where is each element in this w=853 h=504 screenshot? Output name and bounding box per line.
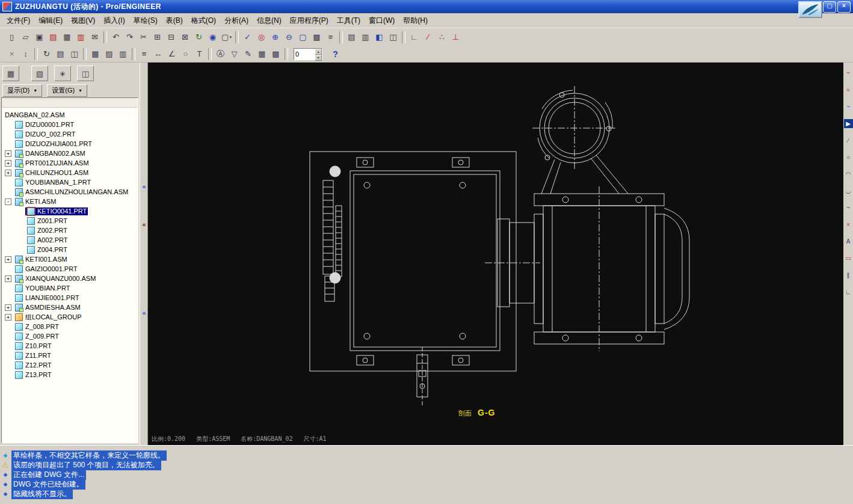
send-email-button[interactable]: ✉	[88, 31, 102, 44]
tree-item[interactable]: Z001.PRT	[2, 216, 138, 226]
spin-down-button[interactable]: ▾	[315, 55, 322, 61]
separator[interactable]	[83, 48, 87, 60]
insert-table-button[interactable]: ▦	[255, 48, 269, 61]
context-help-button[interactable]: ?	[328, 48, 342, 61]
spline-tool-button[interactable]: ~	[844, 203, 853, 212]
tree-item[interactable]: DIZUOZHIJIA001.PRT	[2, 139, 138, 149]
tree-item[interactable]: + XIANQUANZU000.ASM	[2, 274, 138, 283]
repaint-button[interactable]: ▩	[310, 31, 324, 44]
drawing-models-button[interactable]: ◫	[67, 48, 81, 61]
datum-target-button[interactable]: Ⓐ	[214, 48, 227, 61]
text-style-button[interactable]: T	[192, 48, 206, 61]
find-button[interactable]: ◉	[206, 31, 220, 44]
tree-item[interactable]: + 组LOCAL_GROUP	[2, 312, 138, 322]
print-preview-button[interactable]: ▤	[46, 31, 60, 44]
separator[interactable]	[132, 48, 135, 60]
close-button[interactable]: ×	[837, 1, 851, 13]
tree-item[interactable]: Z10.PRT	[2, 341, 138, 351]
tree-expander-icon[interactable]: -	[5, 198, 11, 205]
spline-points-tool-button[interactable]: ~	[844, 69, 853, 78]
show-dropdown[interactable]: 显示(D) ▼	[2, 84, 42, 97]
menu-item[interactable]: 草绘(S)	[129, 14, 162, 28]
point-tool-button[interactable]: ×	[844, 220, 853, 229]
new-file-button[interactable]: ▯	[5, 31, 19, 44]
redo-button[interactable]: ↷	[123, 31, 137, 44]
tree-item[interactable]: Z11.PRT	[2, 351, 138, 360]
tree-expander-icon[interactable]: +	[5, 150, 11, 157]
spin-input[interactable]	[294, 49, 315, 60]
menu-item[interactable]: 文件(F)	[2, 14, 34, 28]
separator[interactable]	[103, 31, 107, 43]
collapse-chevron-icon[interactable]: «	[140, 309, 148, 316]
settings-dropdown[interactable]: 设置(G) ▼	[47, 84, 87, 97]
tree-item[interactable]: A002.PRT	[2, 235, 138, 245]
repeat-region-button[interactable]: ▩	[269, 48, 283, 61]
menu-item[interactable]: 表(B)	[162, 14, 187, 28]
tree-item[interactable]: + DANGBAN002.ASM	[2, 149, 138, 158]
tree-item[interactable]: Z002.PRT	[2, 226, 138, 235]
undo-button[interactable]: ↶	[109, 31, 123, 44]
balloon-note-button[interactable]: ○	[179, 48, 192, 61]
tree-item[interactable]: DANGBAN_02.ASM	[2, 110, 138, 120]
collapse-chevron-icon[interactable]: «	[140, 221, 148, 228]
column-layout-button[interactable]: ▥	[116, 48, 130, 61]
titlebar[interactable]: ZUZHUANGTU (活动的) - Pro/ENGINEER _ ▢ ×	[0, 0, 853, 13]
open-file-button[interactable]: ▱	[19, 31, 32, 44]
table-create-button[interactable]: ▦	[88, 48, 102, 61]
create-note-button[interactable]: ✎	[241, 48, 255, 61]
close-window-button[interactable]: ▥	[359, 31, 372, 44]
spline-curve-tool-button[interactable]: ≈	[844, 85, 853, 94]
print-button[interactable]: ▦	[60, 31, 74, 44]
model-tree-tab-button[interactable]: ▦	[2, 66, 19, 81]
menu-item[interactable]: 格式(O)	[187, 14, 220, 28]
sketch-coordsys-button[interactable]: ⊥	[449, 31, 463, 44]
window-list-button[interactable]: ◫	[386, 31, 400, 44]
dim-cleanup-button[interactable]: ≡	[137, 48, 151, 61]
dim-move-button[interactable]: ↔	[151, 48, 165, 61]
favorites-tab-button[interactable]: ∗	[54, 66, 71, 81]
datum-display-button[interactable]: ✓	[241, 31, 254, 44]
menu-item[interactable]: 编辑(E)	[34, 14, 67, 28]
tree-item[interactable]: + ASMDIESHA.ASM	[2, 303, 138, 312]
tree-item[interactable]: Z_008.PRT	[2, 322, 138, 331]
hatch-button[interactable]: ▨	[102, 48, 116, 61]
zoom-in-button[interactable]: ⊕	[268, 31, 282, 44]
menu-item[interactable]: 分析(A)	[220, 14, 253, 28]
arc-tool-button[interactable]: ◠	[844, 170, 853, 179]
spline-surface-tool-button[interactable]: ~	[844, 102, 853, 111]
select-tool-button[interactable]: ▶	[844, 119, 853, 128]
proe-logo-button[interactable]	[798, 1, 822, 18]
tree-expander-icon[interactable]: +	[5, 170, 11, 176]
separator[interactable]	[208, 48, 212, 60]
tree-item[interactable]: GAIZIO0001.PRT	[2, 264, 138, 274]
rectangle-tool-button[interactable]: ▭	[844, 254, 853, 263]
menu-item[interactable]: 插入(I)	[99, 14, 129, 28]
line-tool-button[interactable]: ∕	[844, 136, 853, 145]
separator[interactable]	[402, 31, 405, 43]
tree-expander-icon[interactable]: +	[5, 256, 11, 263]
surface-finish-button[interactable]: ▽	[227, 48, 241, 61]
tree-expander-icon[interactable]: +	[5, 304, 11, 311]
save-file-button[interactable]: ▣	[32, 31, 46, 44]
tree-item[interactable]: LIANJIE0001.PRT	[2, 293, 138, 303]
drawing-area[interactable]: 剖面 G-G 比例:0.200 类型:ASSEM 名称:DANGBAN_02 尺…	[148, 63, 843, 445]
text-tool-button[interactable]: A	[844, 237, 853, 246]
sketch-points-button[interactable]: ∴	[435, 31, 449, 44]
tree-item[interactable]: Z_009.PRT	[2, 331, 138, 341]
tree-item[interactable]: YOUBIAN.PRT	[2, 283, 138, 293]
update-sheets-button[interactable]: ↻	[40, 48, 54, 61]
paste-button[interactable]: ⊟	[164, 31, 178, 44]
tree-expander-icon[interactable]: +	[5, 275, 11, 282]
separator[interactable]	[34, 48, 38, 60]
value-spinbox[interactable]: ▴ ▾	[294, 48, 322, 60]
select-filter-button[interactable]: ▢	[220, 31, 233, 44]
menu-item[interactable]: 窗口(W)	[365, 14, 399, 28]
tree-item[interactable]: + CHILUNZHOU1.ASM	[2, 168, 138, 177]
tree-item[interactable]: Z004.PRT	[2, 245, 138, 254]
dim-slant-button[interactable]: ∠	[165, 48, 179, 61]
tree-item[interactable]: YOUBIANBAN_1.PRT	[2, 177, 138, 187]
lock-view-button[interactable]: ↕	[19, 48, 32, 61]
maximize-button[interactable]: ▢	[823, 1, 836, 13]
separator[interactable]	[285, 48, 288, 60]
copy-button[interactable]: ⊞	[150, 31, 164, 44]
